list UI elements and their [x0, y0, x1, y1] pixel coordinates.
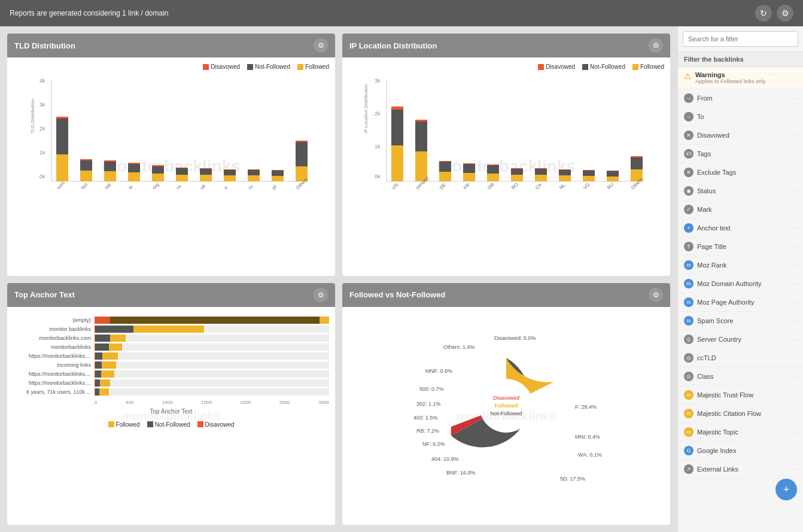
legend-not-followed: Not-Followed	[247, 63, 290, 70]
filter-item-moz-domain[interactable]: m Moz Domain Authority ···	[678, 275, 803, 293]
filter-label-to: To	[697, 113, 787, 120]
top-bar-actions: ↻ ⚙	[755, 5, 793, 22]
svg-text:GB: GB	[486, 182, 495, 191]
tags-icon: 🏷	[684, 149, 694, 159]
svg-text:Others: 1.4%: Others: 1.4%	[443, 344, 475, 350]
svg-text:0k: 0k	[375, 174, 381, 180]
disavowed-icon: ✕	[684, 130, 694, 140]
hbar-row-incoming: incoming links	[13, 361, 329, 369]
warning-title: Warnings	[695, 71, 766, 78]
filter-item-disavowed[interactable]: ✕ Disavowed ···	[678, 126, 803, 145]
warning-icon: ⚠	[684, 71, 692, 81]
google-index-icon: G	[684, 446, 694, 455]
filter-item-moz-page[interactable]: m Moz Page Authority ···	[678, 293, 803, 312]
svg-rect-16	[104, 162, 116, 171]
svg-rect-25	[152, 165, 164, 166]
svg-text:0k: 0k	[39, 174, 45, 180]
svg-rect-33	[200, 168, 212, 169]
filter-label-server-country: Server Country	[697, 336, 787, 343]
class-icon: ◎	[684, 372, 694, 381]
filter-item-to[interactable]: → To ···	[678, 108, 803, 126]
cctld-icon: ◎	[684, 353, 694, 363]
anchor-gear-button[interactable]: ⚙	[314, 288, 328, 302]
warning-dots: ···	[769, 71, 776, 78]
svg-text:403: 1.5%: 403: 1.5%	[413, 415, 438, 421]
tld-legend: Disavowed Not-Followed Followed	[13, 63, 329, 70]
filter-item-from[interactable]: → From ···	[678, 89, 803, 108]
legend-disavowed: Disavowed	[203, 63, 240, 70]
svg-rect-15	[104, 171, 116, 181]
svg-rect-66	[439, 172, 451, 181]
filter-label-moz-rank: Moz Rank	[697, 262, 787, 269]
svg-text:Not-Followed: Not-Followed	[490, 411, 522, 417]
svg-text:NF: 9.2%: NF: 9.2%	[422, 441, 445, 447]
svg-rect-80	[511, 168, 523, 169]
sync-button[interactable]: ↻	[755, 5, 772, 22]
filter-item-mark[interactable]: ✓ Mark ···	[678, 200, 803, 219]
svg-text:3k: 3k	[375, 78, 381, 84]
fab-button[interactable]: +	[775, 479, 797, 500]
filter-item-majestic-citation[interactable]: m Majestic Citation Flow ···	[678, 405, 803, 423]
filter-item-class[interactable]: ◎ Class ···	[678, 367, 803, 386]
filter-label-moz-domain: Moz Domain Authority	[697, 280, 787, 287]
filter-label-majestic-citation: Majestic Citation Flow	[697, 410, 787, 417]
svg-text:2k: 2k	[375, 111, 381, 117]
filter-item-external-links[interactable]: ↗ External Links ···	[678, 460, 803, 479]
svg-text:500: 0.7%: 500: 0.7%	[419, 386, 444, 392]
svg-rect-36	[224, 170, 236, 175]
svg-text:4k: 4k	[39, 78, 45, 84]
filter-item-exclude-tags[interactable]: ✕ Exclude Tags ···	[678, 163, 803, 182]
tld-card-title: TLD Distribution	[14, 41, 75, 50]
page-title-icon: T	[684, 242, 694, 251]
svg-rect-40	[248, 170, 260, 175]
followed-gear-button[interactable]: ⚙	[649, 288, 663, 302]
filter-item-page-title[interactable]: T Page Title ···	[678, 238, 803, 256]
exclude-tags-icon: ✕	[684, 168, 694, 177]
warning-item: ⚠ Warnings Applies to Followed links onl…	[678, 67, 803, 89]
filter-button[interactable]: ⚙	[777, 5, 793, 22]
svg-rect-58	[391, 145, 403, 181]
filter-item-tags[interactable]: 🏷 Tags ···	[678, 145, 803, 163]
svg-rect-41	[248, 169, 260, 170]
hbar-row-empty: (empty)	[13, 317, 329, 324]
filter-item-google-index[interactable]: G Google Index ···	[678, 442, 803, 460]
tld-gear-button[interactable]: ⚙	[314, 38, 328, 53]
svg-rect-29	[176, 168, 188, 168]
moz-spam-icon: m	[684, 316, 694, 326]
svg-rect-88	[559, 169, 571, 170]
filter-sidebar: Filter the backlinks ⚠ Warnings Applies …	[677, 26, 803, 532]
server-country-icon: ◎	[684, 335, 694, 344]
filter-item-majestic-trust[interactable]: m Majestic Trust Flow ···	[678, 386, 803, 405]
ip-gear-button[interactable]: ⚙	[649, 38, 663, 53]
svg-text:1k: 1k	[39, 150, 45, 156]
status-icon: ◉	[684, 186, 694, 196]
filter-item-status[interactable]: ◉ Status ···	[678, 182, 803, 200]
filter-item-majestic-topic[interactable]: m Majestic Topic ···	[678, 423, 803, 442]
filter-item-moz-rank[interactable]: m Moz Rank ···	[678, 256, 803, 275]
ip-legend-not-followed: Not-Followed	[582, 63, 625, 70]
filter-label-from: From	[697, 95, 787, 102]
filter-label-class: Class	[697, 373, 787, 380]
svg-text:NL: NL	[558, 182, 567, 190]
legend-followed: Followed	[297, 63, 329, 70]
warning-subtitle: Applies to Followed links only	[695, 78, 766, 84]
svg-rect-67	[439, 162, 451, 172]
filter-item-server-country[interactable]: ◎ Server Country ···	[678, 330, 803, 349]
svg-rect-17	[104, 160, 116, 162]
fab-container: +	[678, 479, 803, 500]
filter-label-majestic-topic: Majestic Topic	[697, 428, 787, 436]
svg-rect-94	[607, 177, 619, 181]
svg-text:MNI: 0.4%: MNI: 0.4%	[575, 434, 600, 440]
anchor-hbar-chart: (empty) monitor backlinks	[13, 313, 329, 431]
svg-rect-23	[152, 174, 164, 181]
filter-search-input[interactable]	[683, 31, 798, 47]
filter-item-cctld[interactable]: ◎ ccTLD ···	[678, 349, 803, 367]
hbar-row-monitorbacklinkscom: monitorbacklinks.com	[13, 335, 329, 342]
svg-rect-76	[487, 165, 499, 165]
filter-item-anchor-text[interactable]: + Anchor text ···	[678, 219, 803, 238]
filter-label-majestic-trust: Majestic Trust Flow	[697, 391, 787, 399]
filter-title: Filter the backlinks	[678, 52, 803, 67]
svg-text:ir: ir	[223, 185, 229, 191]
filter-item-moz-spam[interactable]: m Spam Score ···	[678, 312, 803, 330]
svg-rect-70	[463, 173, 475, 181]
